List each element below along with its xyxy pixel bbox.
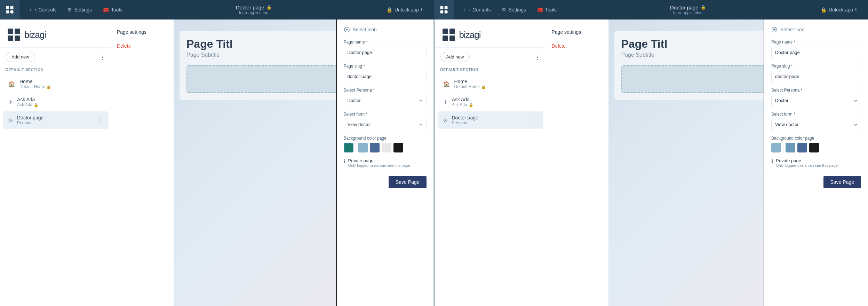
- unlock-icon-right: 🔒: [821, 7, 827, 13]
- svg-rect-16: [449, 36, 455, 41]
- page-name-input-left[interactable]: [344, 47, 427, 58]
- page-slug-group-left: Page slug *: [344, 64, 427, 82]
- page-icon-svg-right: [771, 26, 778, 33]
- unlock-label-right: Unlock app: [829, 7, 853, 13]
- info-icon-private-left: ℹ: [344, 158, 345, 164]
- color-swatch-dark-left[interactable]: [393, 143, 403, 152]
- menu-item-subtitle-home-right: Default Home 🔒: [454, 84, 538, 89]
- private-page-text-right: Private page Only logged users can see t…: [776, 158, 838, 167]
- tools-menu-item-right[interactable]: 🧰 Tools: [533, 4, 561, 15]
- unlock-app-button-left[interactable]: 🔒 Unlock app ℹ: [382, 4, 427, 15]
- delete-button-left[interactable]: Delete: [117, 40, 168, 52]
- color-swatch-blue1-right[interactable]: [771, 143, 781, 152]
- sidebar-item-doctor-left[interactable]: ⊙ Doctor page Persona ⋮: [3, 111, 109, 129]
- unlock-icon-left: 🔒: [387, 7, 392, 13]
- nav-center-left: Doctor page 🔒 loan-application: [132, 5, 375, 15]
- svg-rect-7: [445, 10, 448, 14]
- menu-item-title-home-right: Home: [454, 79, 538, 84]
- save-page-button-left[interactable]: Save Page: [389, 176, 427, 188]
- menu-item-content-ada-right: Ask Ada Ask Ada 🔒: [452, 97, 538, 107]
- sidebar-logo-area-right: bizagi: [435, 19, 546, 48]
- more-options-icon-left[interactable]: ⋮: [99, 53, 106, 61]
- sidebar-left: bizagi Add new ⋮ DEFAULT SECTION 🏠 Home …: [0, 19, 111, 306]
- color-swatch-light-left[interactable]: [382, 143, 391, 152]
- settings-menu-item-right[interactable]: ⚙ Settings: [497, 4, 530, 15]
- bizagi-nav-icon-right: [439, 5, 449, 15]
- select-form-dropdown-right[interactable]: View doctor: [771, 119, 861, 130]
- delete-button-right[interactable]: Delete: [552, 40, 603, 52]
- page-settings-button-right[interactable]: Page settings: [552, 26, 603, 38]
- menu-item-title-doctor-right: Doctor page: [452, 115, 528, 120]
- sidebar-item-home-left[interactable]: 🏠 Home Default Home 🔒: [3, 75, 109, 93]
- lock-icon-right: 🔒: [701, 5, 706, 10]
- menu-item-subtitle-ada-right: Ask Ada 🔒: [452, 102, 538, 107]
- doctor-icon-right: ⊙: [443, 117, 448, 124]
- select-form-dropdown-left[interactable]: View doctor: [344, 119, 427, 130]
- sidebar-actions-left: Add new ⋮: [0, 48, 111, 66]
- sidebar-item-home-right[interactable]: 🏠 Home Default Home 🔒: [438, 75, 543, 93]
- page-slug-input-right[interactable]: [771, 71, 861, 82]
- save-page-button-right[interactable]: Save Page: [823, 176, 861, 188]
- unlock-label-left: Unlock app: [395, 7, 419, 13]
- lock-icon-ada-left: 🔒: [34, 103, 39, 107]
- color-swatch-blue3-right[interactable]: [797, 143, 807, 152]
- select-icon-row-left[interactable]: Select Icon: [344, 26, 427, 33]
- svg-rect-11: [15, 36, 20, 41]
- color-swatch-blue2-left[interactable]: [370, 143, 380, 152]
- color-swatch-teal-left[interactable]: [344, 143, 353, 152]
- page-slug-input-left[interactable]: [344, 71, 427, 82]
- page-icon-svg-left: [344, 26, 350, 33]
- page-title-text-right: Doctor page: [670, 5, 699, 10]
- add-new-button-left[interactable]: Add new: [6, 52, 35, 62]
- doctor-more-icon-left[interactable]: ⋮: [97, 117, 103, 124]
- svg-rect-2: [6, 10, 9, 14]
- select-persona-dropdown-left[interactable]: Doctor: [344, 95, 427, 106]
- page-slug-label-right: Page slug *: [771, 64, 861, 69]
- gear-icon: ⚙: [67, 7, 72, 13]
- settings-label-right: Settings: [508, 7, 526, 13]
- color-swatch-blue1-left[interactable]: [358, 143, 368, 152]
- lock-icon-home-right: 🔒: [481, 85, 486, 89]
- select-persona-dropdown-right[interactable]: Doctor: [771, 95, 861, 106]
- sidebar-item-askada-right[interactable]: ✳ Ask Ada Ask Ada 🔒: [438, 93, 543, 111]
- controls-menu-item-right[interactable]: + + Controls: [459, 4, 495, 15]
- menu-item-content-home-right: Home Default Home 🔒: [454, 79, 538, 89]
- page-title-text-left: Doctor page: [236, 5, 264, 10]
- menu-item-title-doctor-left: Doctor page: [17, 115, 93, 120]
- page-name-group-left: Page name *: [344, 40, 427, 58]
- color-swatch-dark-right[interactable]: [809, 143, 819, 152]
- section-label-right: DEFAULT SECTION: [435, 66, 546, 74]
- color-swatch-blue2-right[interactable]: [786, 143, 795, 152]
- nav-items-left: + + Controls ⚙ Settings 🧰 Tools: [19, 4, 132, 15]
- doctor-icon-left: ⊙: [8, 117, 13, 124]
- select-persona-label-right: Select Persona *: [771, 88, 861, 93]
- sidebar-item-doctor-right[interactable]: ⊙ Doctor page Persona ⋮: [438, 111, 543, 129]
- select-icon-row-right[interactable]: Select Icon: [771, 26, 861, 33]
- menu-item-content-home-left: Home Default Home 🔒: [19, 79, 103, 89]
- page-settings-button-left[interactable]: Page settings: [117, 26, 168, 38]
- nav-center-right: Doctor page 🔒 loan-application: [566, 5, 810, 15]
- tools-menu-item[interactable]: 🧰 Tools: [99, 4, 127, 15]
- tools-label: Tools: [111, 7, 122, 13]
- more-options-icon-right[interactable]: ⋮: [534, 53, 541, 61]
- bizagi-brand-icon-left: [7, 28, 21, 42]
- svg-rect-9: [15, 29, 20, 34]
- nav-logo-left: [0, 0, 19, 19]
- ada-icon-right: ✳: [443, 99, 448, 105]
- add-new-button-right[interactable]: Add new: [440, 52, 470, 62]
- menu-item-subtitle-doctor-right: Persona: [452, 120, 528, 125]
- menu-item-subtitle-ada-left: Ask Ada 🔒: [17, 102, 103, 107]
- tools-label-right: Tools: [545, 7, 557, 13]
- doctor-more-icon-right[interactable]: ⋮: [532, 117, 538, 124]
- bg-color-group-right: Background color page: [771, 136, 861, 152]
- private-page-row-left: ℹ Private page Only logged users can see…: [344, 158, 427, 167]
- svg-rect-0: [6, 6, 9, 9]
- controls-menu-item[interactable]: + + Controls: [25, 4, 61, 15]
- page-name-input-right[interactable]: [771, 47, 861, 58]
- nav-app-name-right: loan-application: [673, 10, 702, 15]
- settings-menu-item[interactable]: ⚙ Settings: [63, 4, 96, 15]
- left-panel: bizagi Add new ⋮ DEFAULT SECTION 🏠 Home …: [0, 19, 433, 306]
- sidebar-item-askada-left[interactable]: ✳ Ask Ada Ask Ada 🔒: [3, 93, 109, 111]
- select-form-label-left: Select form *: [344, 112, 427, 117]
- unlock-app-button-right[interactable]: 🔒 Unlock app ℹ: [817, 4, 861, 15]
